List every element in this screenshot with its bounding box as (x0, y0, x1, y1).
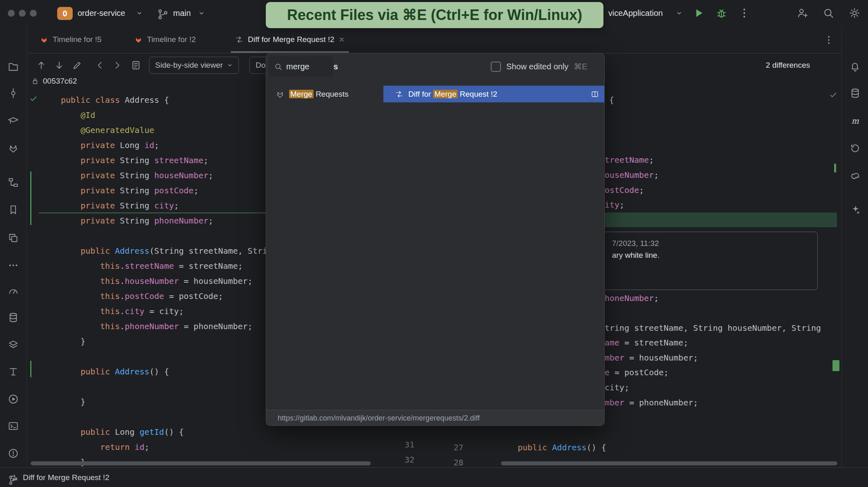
code-with-me-button[interactable] (796, 7, 808, 19)
code-line: return id; (27, 440, 382, 455)
search-query: merge (286, 62, 309, 71)
project-selector[interactable]: order-service (78, 0, 125, 27)
tab-diff-merge-request[interactable]: Diff for Merge Request !2 (228, 27, 352, 53)
code-line: ame = streetName; (605, 335, 688, 350)
banner-text: via ⌘E (Ctrl+E for Win/Linux) (374, 7, 582, 24)
tab-label: Timeline for !2 (147, 35, 196, 44)
viewer-mode-dropdown[interactable]: Side-by-side viewer (149, 57, 239, 74)
maven-icon[interactable]: m (847, 113, 863, 129)
left-tool-stripe (0, 27, 27, 467)
tab-label: Diff for Merge Request !2 (248, 35, 334, 44)
chevron-down-icon (198, 10, 205, 16)
todo-icon[interactable] (5, 363, 21, 380)
ide-window: 0 order-service main viceApplication Rec… (0, 0, 868, 487)
courses-icon[interactable] (5, 113, 21, 129)
tab-label: Timeline for !5 (53, 35, 102, 44)
run-button[interactable] (692, 7, 705, 19)
right-tool-stripe: m (841, 27, 868, 467)
recent-files-popup: Recent Files merge Show edited only ⌘E M… (266, 53, 605, 426)
diff-icon (395, 90, 404, 99)
viewer-mode-label: Side-by-side viewer (155, 61, 223, 70)
checkbox-label: Show edited only (506, 62, 568, 71)
code-line: city; (605, 380, 629, 395)
more-actions-button[interactable] (738, 7, 750, 19)
item-label: Request !2 (458, 90, 497, 98)
gitlab-icon[interactable] (5, 140, 21, 156)
project-folder-icon[interactable] (5, 58, 21, 75)
tab-bar: Timeline for !5 Timeline for !2 Diff for… (27, 27, 842, 53)
code-line: ouseNumber; (605, 168, 659, 183)
item-label: Diff for (408, 90, 433, 98)
previous-change-icon[interactable] (36, 60, 47, 71)
settings-gear-button[interactable] (848, 7, 861, 19)
file-url: https://gitlab.com/mlvandijk/order-servi… (278, 414, 480, 423)
chevron-down-icon (676, 10, 682, 16)
close-icon[interactable] (338, 36, 345, 43)
run-configuration-selector[interactable]: viceApplication (608, 0, 663, 27)
checkbox[interactable] (491, 62, 501, 72)
window-close-button[interactable] (8, 10, 15, 17)
search-match: Merge (433, 90, 458, 98)
back-icon[interactable] (95, 60, 105, 71)
horizontal-scrollbar[interactable] (501, 461, 837, 465)
terminal-icon[interactable] (5, 418, 21, 434)
svg-text:m: m (851, 116, 859, 125)
search-everywhere-button[interactable] (822, 7, 835, 19)
change-scroll-marker (832, 360, 839, 371)
added-line-highlight (600, 213, 837, 227)
commit-icon[interactable] (5, 85, 21, 101)
database-icon[interactable] (5, 309, 21, 325)
search-input[interactable]: merge (269, 56, 333, 77)
list-item-merge-requests[interactable]: Merge Requests (266, 86, 383, 102)
tab-options-kebab-icon[interactable] (823, 35, 834, 45)
ai-assistant-icon[interactable] (847, 201, 863, 218)
gitlab-tanuki-icon (276, 90, 285, 99)
search-match: Merge (289, 90, 314, 98)
copy-icon[interactable] (5, 230, 21, 246)
changed-files-icon[interactable] (131, 60, 141, 71)
branch-selector[interactable]: main (173, 0, 191, 27)
change-scroll-marker (834, 164, 836, 173)
code-line: treetName; (605, 153, 654, 168)
open-in-split-icon[interactable] (590, 90, 599, 99)
diff-icon (235, 35, 244, 44)
commit-hash-row: 00537c62 (31, 73, 77, 89)
code-line: ostCode; (605, 183, 644, 198)
tab-timeline-2[interactable]: Timeline for !2 (127, 27, 203, 53)
structure-icon[interactable] (5, 174, 21, 190)
dashboard-icon[interactable] (5, 282, 21, 299)
forward-icon[interactable] (112, 60, 122, 71)
gradle-icon[interactable] (847, 168, 863, 184)
horizontal-scrollbar[interactable] (31, 461, 371, 465)
project-badge[interactable]: 0 (57, 7, 73, 20)
popup-footer: https://gitlab.com/mlvandijk/order-servi… (266, 410, 605, 426)
run-icon[interactable] (5, 391, 21, 407)
review-comment-box[interactable]: 7/2023, 11:32 ary white line. (595, 232, 818, 290)
window-minimize-button[interactable] (19, 10, 26, 17)
comment-text: ary white line. (612, 249, 817, 261)
debug-button[interactable] (715, 7, 728, 19)
change-marker (30, 171, 31, 225)
banner-highlight: Recent Files (287, 7, 374, 24)
database-icon[interactable] (847, 85, 863, 101)
history-icon[interactable] (847, 140, 863, 156)
show-edited-only-control[interactable]: Show edited only ⌘E (491, 53, 588, 80)
code-line: mber = houseNumber; (605, 350, 698, 365)
comment-timestamp: 7/2023, 11:32 (612, 238, 817, 249)
list-item-diff-merge-request-selected[interactable]: Diff for Merge Request !2 (383, 86, 605, 102)
window-zoom-button[interactable] (30, 10, 37, 17)
gitlab-tanuki-icon (40, 35, 49, 44)
git-branch-icon (157, 8, 169, 20)
line-number: 32 (390, 452, 414, 467)
tab-timeline-5[interactable]: Timeline for !5 (33, 27, 108, 53)
code-line: mber = phoneNumber; (605, 395, 698, 410)
next-change-icon[interactable] (54, 60, 65, 71)
notifications-icon[interactable] (847, 58, 863, 75)
more-icon[interactable] (5, 257, 21, 273)
services-icon[interactable] (5, 336, 21, 353)
code-line: { (609, 93, 614, 108)
problems-icon[interactable] (5, 445, 21, 461)
bookmarks-icon[interactable] (5, 201, 21, 218)
gitlab-tanuki-icon (134, 35, 143, 44)
edit-source-icon[interactable] (72, 60, 82, 71)
